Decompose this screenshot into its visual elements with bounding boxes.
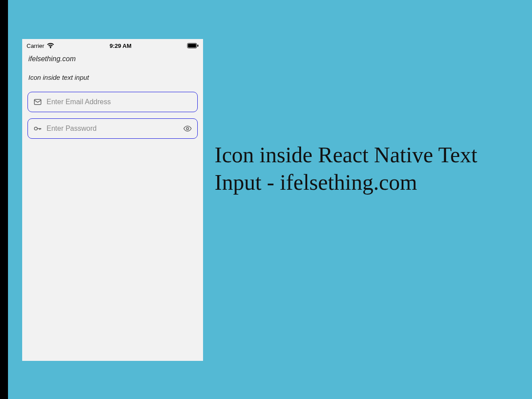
mail-icon [33,98,42,106]
carrier-label: Carrier [27,43,44,49]
canvas: Carrier 9:29 AM ifelsething.com Icon ins… [8,0,532,399]
key-icon [33,124,42,133]
svg-rect-1 [188,44,196,47]
phone-frame: Carrier 9:29 AM ifelsething.com Icon ins… [22,39,203,361]
app-subtitle: Icon inside text input [22,63,203,86]
svg-point-4 [35,127,38,130]
password-input[interactable] [47,125,179,133]
svg-rect-2 [197,45,198,47]
left-strip [0,0,8,399]
email-input[interactable] [47,98,192,106]
app-title: ifelsething.com [22,51,203,63]
status-bar: Carrier 9:29 AM [22,39,203,51]
wifi-icon [47,43,54,48]
page-headline: Icon inside React Native Text Input - if… [215,141,525,196]
password-field-container [27,118,198,139]
svg-point-5 [187,128,189,130]
status-time: 9:29 AM [110,43,131,49]
email-field-container [27,92,198,112]
status-left: Carrier [27,43,54,49]
battery-icon [187,43,199,48]
eye-icon[interactable] [183,124,192,133]
